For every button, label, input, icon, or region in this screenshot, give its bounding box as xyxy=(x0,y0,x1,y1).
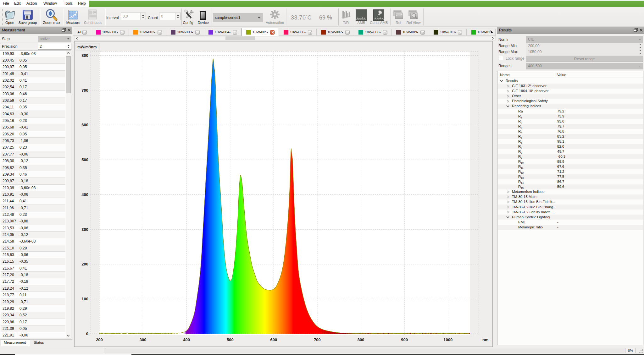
svg-text:200: 200 xyxy=(81,262,88,266)
svg-text:0: 0 xyxy=(86,331,88,336)
svg-text:800: 800 xyxy=(81,53,88,58)
svg-text:1000: 1000 xyxy=(443,337,452,342)
svg-text:300: 300 xyxy=(81,227,88,232)
svg-text:800: 800 xyxy=(358,337,364,342)
svg-text:900: 900 xyxy=(401,337,408,342)
svg-text:500: 500 xyxy=(227,337,234,342)
svg-text:100: 100 xyxy=(81,297,88,301)
svg-text:500: 500 xyxy=(81,157,88,162)
svg-text:mW/m²/nm: mW/m²/nm xyxy=(77,45,97,49)
svg-text:400: 400 xyxy=(81,192,88,197)
svg-text:700: 700 xyxy=(81,88,88,93)
svg-text:300: 300 xyxy=(140,337,147,342)
svg-text:200: 200 xyxy=(96,337,103,342)
svg-text:600: 600 xyxy=(81,123,88,127)
svg-text:700: 700 xyxy=(314,337,321,342)
svg-text:nm: nm xyxy=(482,337,489,342)
svg-text:600: 600 xyxy=(270,337,277,342)
svg-text:400: 400 xyxy=(183,337,190,342)
